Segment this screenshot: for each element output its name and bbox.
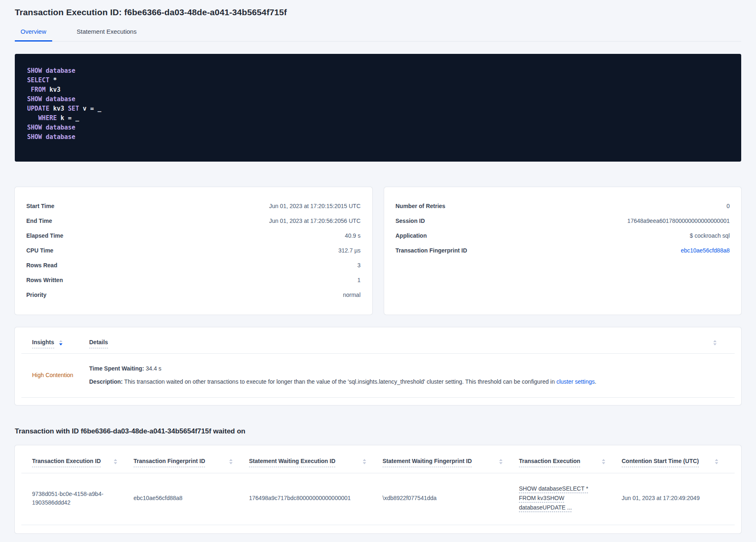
summary-row-label: Start Time bbox=[26, 203, 54, 209]
sql-line: SHOW database bbox=[27, 132, 729, 142]
summary-row-value: $ cockroach sql bbox=[690, 232, 730, 239]
summary-row-value: 40.9 s bbox=[345, 232, 360, 239]
column-header-label[interactable]: Statement Waiting Execution ID bbox=[249, 458, 335, 467]
insight-description: Description: This transaction waited on … bbox=[89, 378, 735, 386]
insights-column-label[interactable]: Insights bbox=[32, 339, 54, 348]
summary-row-label: End Time bbox=[26, 218, 52, 224]
insight-badge: High Contention bbox=[21, 372, 89, 378]
summary-row-value: 3 bbox=[357, 262, 361, 269]
sort-icon[interactable] bbox=[602, 459, 605, 464]
sql-line: UPDATE kv3 SET v = _ bbox=[27, 104, 729, 113]
insight-row: High Contention Time Spent Waiting: 34.4… bbox=[21, 354, 735, 397]
summary-row-label: Rows Written bbox=[26, 277, 63, 283]
cell-statement-waiting-execution-id: 176498a9c717bdc80000000000000001 bbox=[249, 494, 383, 503]
insights-column-header[interactable]: Insights bbox=[21, 339, 89, 348]
summary-row-label: Elapsed Time bbox=[26, 232, 63, 239]
column-header-label[interactable]: Transaction Execution ID bbox=[32, 458, 101, 467]
summary-row: Transaction Fingerprint IDebc10ae56cfd88… bbox=[396, 243, 730, 258]
summary-card-left: Start TimeJun 01, 2023 at 17:20:15:2015 … bbox=[15, 187, 372, 315]
summary-row-value: Jun 01, 2023 at 17:20:56:2056 UTC bbox=[269, 218, 361, 224]
summary-row-label: Session ID bbox=[396, 218, 425, 224]
time-spent-waiting: Time Spent Waiting: 34.4 s bbox=[89, 364, 735, 373]
waiting-value: 34.4 s bbox=[144, 365, 161, 372]
summary-row: End TimeJun 01, 2023 at 17:20:56:2056 UT… bbox=[26, 213, 361, 228]
insight-details: Time Spent Waiting: 34.4 s Description: … bbox=[89, 364, 735, 386]
sort-icon[interactable] bbox=[713, 340, 717, 345]
summary-row-label: Number of Retries bbox=[396, 203, 445, 209]
sql-line: SHOW database bbox=[27, 66, 729, 76]
sort-icon[interactable] bbox=[59, 340, 62, 345]
insights-card: Insights Details High Contention Time Sp… bbox=[15, 327, 741, 405]
summary-row-label: Application bbox=[396, 232, 427, 239]
summary-row: Number of Retries0 bbox=[396, 199, 730, 213]
transaction-details-page: Transaction Execution ID: f6be6366-da03-… bbox=[0, 0, 756, 533]
description-suffix: . bbox=[595, 378, 597, 385]
cluster-settings-link[interactable]: cluster settings bbox=[556, 378, 595, 385]
summary-row-value: Jun 01, 2023 at 17:20:15:2015 UTC bbox=[269, 203, 361, 209]
column-header-transaction-execution[interactable]: Transaction Execution bbox=[519, 458, 622, 467]
summary-row-label: Priority bbox=[26, 292, 46, 298]
sql-line: WHERE k = _ bbox=[27, 113, 729, 123]
details-column-header[interactable]: Details bbox=[89, 339, 713, 348]
table-row: 9738d051-bc0e-4158-a9b4-1903586ddd42 ebc… bbox=[21, 473, 735, 525]
details-column-label[interactable]: Details bbox=[89, 339, 108, 348]
column-header-statement-waiting-fingerprint-id[interactable]: Statement Waiting Fingerprint ID bbox=[383, 458, 519, 467]
summary-row: Rows Read3 bbox=[26, 258, 361, 273]
sort-icon[interactable] bbox=[114, 459, 117, 464]
summary-row-value: 0 bbox=[726, 203, 730, 209]
summary-card-right: Number of Retries0Session ID17648a9eea60… bbox=[384, 187, 742, 315]
summary-row-value: normal bbox=[343, 292, 361, 298]
summary-row: CPU Time312.7 µs bbox=[26, 243, 361, 258]
sort-icon[interactable] bbox=[499, 459, 502, 464]
description-text: This transaction waited on other transac… bbox=[123, 378, 556, 385]
sql-line: SELECT * bbox=[27, 76, 729, 85]
summary-row: Session ID17648a9eea60178000000000000000… bbox=[396, 213, 730, 228]
column-header-label[interactable]: Transaction Execution bbox=[519, 458, 580, 467]
transaction-fingerprint-link[interactable]: ebc10ae56cfd88a8 bbox=[681, 247, 730, 254]
summary-row-label: Rows Read bbox=[26, 262, 57, 269]
sort-icon[interactable] bbox=[715, 459, 718, 464]
summary-row-label: CPU Time bbox=[26, 247, 53, 254]
transaction-execution-link[interactable]: SHOW databaseSELECT * FROM kv3SHOW datab… bbox=[519, 484, 592, 512]
sort-icon[interactable] bbox=[229, 459, 233, 464]
cell-transaction-fingerprint-id: ebc10ae56cfd88a8 bbox=[134, 494, 249, 503]
sql-line: FROM kv3 bbox=[27, 85, 729, 95]
summary-row: Application$ cockroach sql bbox=[396, 228, 730, 243]
cell-statement-waiting-fingerprint-id: \xdb8922f077541dda bbox=[383, 494, 519, 503]
description-label: Description: bbox=[89, 378, 123, 385]
sql-line: SHOW database bbox=[27, 123, 729, 132]
summary-cards: Start TimeJun 01, 2023 at 17:20:15:2015 … bbox=[15, 187, 741, 315]
column-header-label[interactable]: Transaction Fingerprint ID bbox=[134, 458, 205, 467]
insights-table-header: Insights Details bbox=[21, 327, 735, 353]
summary-row-value: 17648a9eea6017800000000000000001 bbox=[627, 218, 730, 224]
column-header-label[interactable]: Contention Start Time (UTC) bbox=[622, 458, 699, 467]
summary-row: Start TimeJun 01, 2023 at 17:20:15:2015 … bbox=[26, 199, 361, 213]
cell-contention-start-time: Jun 01, 2023 at 17:20:49:2049 bbox=[622, 494, 735, 503]
column-header-transaction-fingerprint-id[interactable]: Transaction Fingerprint ID bbox=[134, 458, 249, 467]
page-title: Transaction Execution ID: f6be6366-da03-… bbox=[15, 7, 741, 17]
sql-line: SHOW database bbox=[27, 95, 729, 104]
summary-row-value: 1 bbox=[357, 277, 361, 283]
cell-transaction-execution: SHOW databaseSELECT * FROM kv3SHOW datab… bbox=[519, 484, 622, 512]
column-header-statement-waiting-execution-id[interactable]: Statement Waiting Execution ID bbox=[249, 458, 383, 467]
summary-row-label: Transaction Fingerprint ID bbox=[396, 247, 467, 254]
tab-bar: Overview Statement Executions bbox=[15, 28, 741, 42]
summary-row: Prioritynormal bbox=[26, 287, 361, 302]
waited-on-table-card: Transaction Execution IDTransaction Fing… bbox=[15, 445, 741, 533]
summary-row: Elapsed Time40.9 s bbox=[26, 228, 361, 243]
summary-row-value: 312.7 µs bbox=[339, 247, 361, 254]
column-header-contention-start-time-utc[interactable]: Contention Start Time (UTC) bbox=[622, 458, 735, 467]
column-header-label[interactable]: Statement Waiting Fingerprint ID bbox=[383, 458, 472, 467]
cell-transaction-execution-id: 9738d051-bc0e-4158-a9b4-1903586ddd42 bbox=[21, 490, 134, 507]
summary-row: Rows Written1 bbox=[26, 273, 361, 287]
waited-on-heading: Transaction with ID f6be6366-da03-48de-a… bbox=[15, 427, 741, 435]
waited-on-table-header: Transaction Execution IDTransaction Fing… bbox=[21, 445, 735, 473]
column-header-transaction-execution-id[interactable]: Transaction Execution ID bbox=[21, 458, 134, 467]
sort-icon[interactable] bbox=[363, 459, 366, 464]
waiting-label: Time Spent Waiting: bbox=[89, 365, 144, 372]
tab-statement-executions[interactable]: Statement Executions bbox=[71, 28, 143, 42]
transaction-sql-box: SHOW databaseSELECT * FROM kv3SHOW datab… bbox=[15, 54, 741, 162]
tab-overview[interactable]: Overview bbox=[15, 28, 52, 42]
